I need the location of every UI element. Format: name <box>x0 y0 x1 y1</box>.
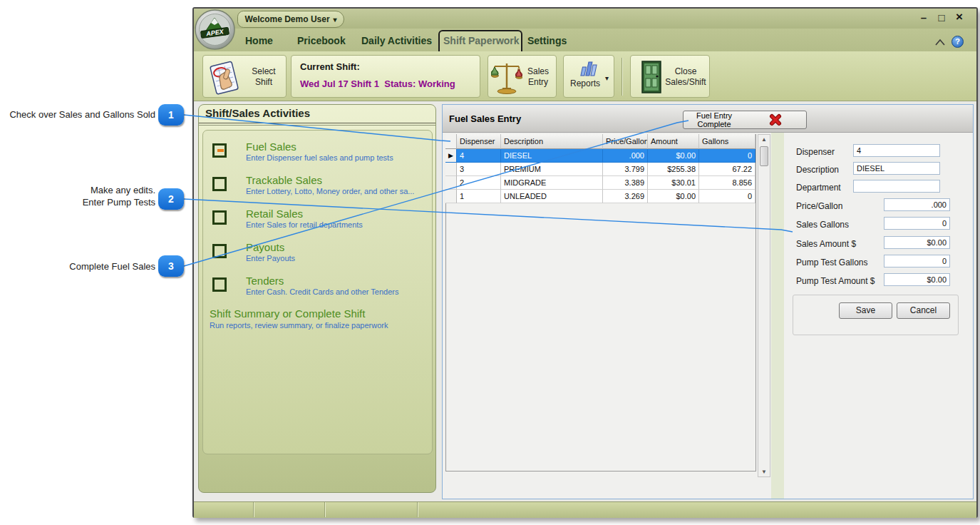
sidebar-item-shift-summary[interactable]: Shift Summary or Complete Shift Run repo… <box>210 307 388 330</box>
reports-button[interactable]: Reports ▾ <box>563 55 614 98</box>
annotation-badge-3: 3 <box>158 255 184 277</box>
collapse-ribbon-button[interactable] <box>934 37 946 46</box>
payouts-checkbox[interactable] <box>212 244 227 258</box>
fuel-sales-checkbox[interactable] <box>212 143 227 158</box>
cell-dispenser: 3 <box>457 163 501 176</box>
save-button[interactable]: Save <box>839 302 892 319</box>
close-sales-shift-label-line1: Close <box>662 66 709 77</box>
cell-description: PREMIUM <box>501 163 603 176</box>
close-sales-shift-button[interactable]: Close Sales/Shift <box>630 55 710 98</box>
scroll-down-icon[interactable]: ▼ <box>758 469 770 475</box>
annotation-text-1: Check over Sales and Gallons Sold <box>6 108 155 121</box>
divider <box>199 123 435 123</box>
sales-amount-field[interactable] <box>884 236 950 249</box>
item-subtitle: Enter Lottery, Lotto, Money order, and o… <box>246 187 414 195</box>
grid-header-amount[interactable]: Amount <box>648 134 699 149</box>
scroll-up-icon[interactable]: ▲ <box>758 136 770 143</box>
cell-gallons: 8.856 <box>699 176 755 190</box>
row-indicator-icon: ▶ <box>445 149 457 163</box>
grid-row-midgrade[interactable]: 2 MIDGRADE 3.389 $30.01 8.856 <box>445 176 755 190</box>
sidebar-item-fuel-sales[interactable]: Fuel Sales Enter Dispenser fuel sales an… <box>207 141 429 170</box>
sidebar-item-tenders[interactable]: Tenders Enter Cash. Credit Cards and oth… <box>207 275 429 305</box>
sales-gallons-label: Sales Gallons <box>796 220 849 230</box>
cell-price-gallon: 3.269 <box>603 190 648 203</box>
maximize-button[interactable]: □ <box>934 11 949 24</box>
department-label: Department <box>796 183 841 193</box>
user-menu[interactable]: Welcome Demo User ▾ <box>237 11 344 28</box>
cell-dispenser: 4 <box>457 149 501 163</box>
item-subtitle: Run reports, review summary, or finalize… <box>210 321 388 330</box>
cell-description: DIESEL <box>501 149 603 163</box>
annotation-badge-1: 1 <box>158 104 184 126</box>
cell-description: MIDGRADE <box>501 176 603 190</box>
grid-row-premium[interactable]: 3 PREMIUM 3.799 $255.38 67.22 <box>445 163 755 176</box>
current-shift-panel: Current Shift: Wed Jul 17 Shift 1 Status… <box>291 55 480 98</box>
grid-row-diesel[interactable]: ▶ 4 DIESEL .000 $0.00 0 <box>445 149 755 163</box>
apex-logo-icon: APEX <box>195 9 235 50</box>
tab-settings[interactable]: Settings <box>527 35 567 46</box>
pump-test-amount-field[interactable] <box>884 273 950 286</box>
sidebar-item-trackable-sales[interactable]: Trackable Sales Enter Lottery, Lotto, Mo… <box>207 174 429 204</box>
in-progress-dash-icon <box>217 149 224 152</box>
cell-dispenser: 1 <box>457 190 501 203</box>
price-gallon-label: Price/Gallon <box>796 201 842 211</box>
grid-header-gallons[interactable]: Gallons <box>699 134 755 149</box>
pump-test-gallons-label: Pump Test Gallons <box>796 258 868 267</box>
scrollbar-thumb[interactable] <box>760 146 768 166</box>
current-shift-label: Current Shift: <box>300 61 360 72</box>
sidebar-item-payouts[interactable]: Payouts Enter Payouts <box>207 241 429 271</box>
pump-test-amount-label: Pump Test Amount $ <box>796 276 875 286</box>
help-icon[interactable]: ? <box>951 36 964 48</box>
cancel-button[interactable]: Cancel <box>897 302 950 319</box>
current-shift-value: Wed Jul 17 Shift 1 Status: Working <box>300 78 455 89</box>
scale-icon <box>491 60 522 97</box>
annotation-badge-2: 2 <box>158 188 184 210</box>
fuel-entry-complete-button[interactable]: Fuel Entry Complete <box>683 111 807 129</box>
grid-header-description[interactable]: Description <box>501 134 603 149</box>
grid-row-unleaded[interactable]: 1 UNLEADED 3.269 $0.00 0 <box>445 190 755 203</box>
cell-description: UNLEADED <box>501 190 603 203</box>
tab-daily-activities[interactable]: Daily Activities <box>361 35 432 46</box>
chevron-down-icon: ▾ <box>334 16 337 24</box>
select-shift-label-line1: Select <box>244 66 283 77</box>
pump-test-gallons-field[interactable] <box>884 255 950 267</box>
sales-gallons-field[interactable] <box>884 217 950 230</box>
item-subtitle: Enter Cash. Credit Cards and other Tende… <box>246 287 398 296</box>
select-shift-button[interactable]: Select Shift <box>202 55 287 98</box>
grid-header-dispenser[interactable]: Dispenser <box>457 134 501 149</box>
select-shift-icon <box>206 59 243 99</box>
dispenser-field[interactable] <box>853 144 940 157</box>
price-gallon-field[interactable] <box>884 198 950 211</box>
sales-entry-label-line2: Entry <box>522 77 554 88</box>
tab-pricebook[interactable]: Pricebook <box>297 35 346 46</box>
department-field[interactable] <box>853 180 940 193</box>
item-title: Fuel Sales <box>246 141 296 153</box>
cell-amount: $255.38 <box>648 163 699 176</box>
grid-scrollbar[interactable]: ▲ ▼ <box>758 134 770 477</box>
panel-title: Fuel Sales Entry <box>449 113 521 124</box>
close-button[interactable]: × <box>952 10 966 24</box>
grid-header-price-gallon[interactable]: Price/Gallon <box>603 134 648 149</box>
reports-dropdown-icon: ▾ <box>605 74 609 82</box>
sidebar-item-retail-sales[interactable]: Retail Sales Enter Sales for retail depa… <box>207 208 429 238</box>
trackable-sales-checkbox[interactable] <box>212 177 227 191</box>
cell-gallons: 0 <box>699 190 755 203</box>
toolbar-separator <box>621 58 623 96</box>
cell-amount: $0.00 <box>648 149 699 163</box>
annotation-text-2: Make any edits. Enter Pump Tests <box>6 184 155 208</box>
retail-sales-checkbox[interactable] <box>212 210 227 225</box>
close-sales-shift-label-line2: Sales/Shift <box>662 77 709 88</box>
grid-header-row: Dispenser Description Price/Gallon Amoun… <box>445 134 755 149</box>
item-title: Tenders <box>246 275 284 287</box>
tenders-checkbox[interactable] <box>212 277 227 292</box>
screenshot-root: APEX Welcome Demo User ▾ – □ × Home Pric… <box>0 0 980 525</box>
bar-chart-icon <box>578 58 599 80</box>
minimize-button[interactable]: – <box>917 11 931 24</box>
cell-dispenser: 2 <box>457 176 501 190</box>
tab-home[interactable]: Home <box>245 35 273 46</box>
row-indicator <box>445 176 457 190</box>
item-subtitle: Enter Sales for retail departments <box>246 220 363 229</box>
description-field[interactable] <box>853 162 940 175</box>
sales-entry-button[interactable]: Sales Entry <box>488 55 557 98</box>
divider <box>199 125 435 126</box>
